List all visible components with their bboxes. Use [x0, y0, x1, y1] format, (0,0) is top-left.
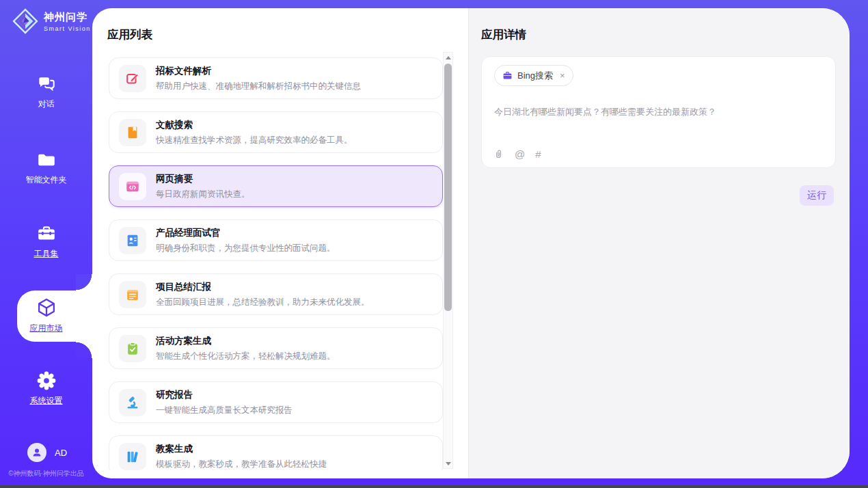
sidebar-item-smart-folder[interactable]: 智能文件夹 — [0, 150, 92, 186]
prompt-toolbar: @ # — [493, 148, 541, 160]
app-card-title: 产品经理面试官 — [156, 227, 336, 239]
list-scrollbar[interactable] — [443, 52, 453, 469]
app-card-description: 快速精准查找学术资源，提高研究效率的必备工具。 — [156, 135, 353, 146]
sidebar-item-label: 对话 — [0, 98, 92, 110]
mention-icon[interactable]: @ — [515, 148, 525, 160]
chip-close-icon[interactable]: × — [560, 71, 565, 80]
sidebar-item-label: 工具集 — [0, 248, 92, 260]
user-initials: AD — [55, 448, 67, 458]
browser-code-icon — [119, 173, 146, 200]
person-icon — [31, 447, 42, 458]
app-card-title: 项目总结汇报 — [156, 281, 370, 293]
run-button[interactable]: 运行 — [800, 185, 834, 206]
hash-icon[interactable]: # — [535, 148, 541, 160]
sidebar: 神州问学 Smart Vision 对话 智能文件夹 — [0, 0, 92, 485]
app-card-description: 智能生成个性化活动方案，轻松解决规划难题。 — [156, 351, 336, 362]
sidebar-item-label: 系统设置 — [0, 395, 92, 407]
edit-document-icon — [119, 65, 146, 92]
sidebar-item-label: 智能文件夹 — [0, 174, 92, 186]
app-card-description: 帮助用户快速、准确地理解和解析招标书中的关键信息 — [156, 81, 361, 92]
app-card-pm-interviewer[interactable]: 产品经理面试官 明确身份和职责，为您提供专业性的面试问题。 — [109, 219, 443, 261]
brand-subtitle: Smart Vision — [44, 25, 91, 32]
app-card-description: 明确身份和职责，为您提供专业性的面试问题。 — [156, 243, 336, 254]
scrollbar-down-arrow-icon[interactable] — [444, 459, 452, 468]
folder-icon — [36, 150, 57, 170]
app-list: 招标文件解析 帮助用户快速、准确地理解和解析招标书中的关键信息 文献搜索 快速精… — [109, 57, 443, 470]
app-card-title: 招标文件解析 — [156, 65, 361, 77]
app-card-description: 全面回顾项目进展，总结经验教训，助力未来优化发展。 — [156, 297, 370, 308]
app-card-description: 一键智能生成高质量长文本研究报告 — [156, 405, 293, 416]
tool-chip-label: Bing搜索 — [517, 70, 553, 82]
sidebar-item-label: 应用市场 — [0, 323, 92, 334]
cube-icon — [36, 297, 57, 318]
attachment-icon[interactable] — [493, 148, 504, 160]
app-card-bid-parsing[interactable]: 招标文件解析 帮助用户快速、准确地理解和解析招标书中的关键信息 — [109, 57, 443, 99]
briefcase-icon — [502, 70, 513, 81]
app-card-title: 文献搜索 — [156, 119, 353, 131]
sidebar-item-settings[interactable]: 系统设置 — [0, 370, 92, 407]
brand: 神州问学 Smart Vision — [12, 8, 91, 34]
book-icon — [119, 119, 146, 146]
calendar-note-icon — [119, 281, 146, 308]
microscope-icon — [119, 389, 146, 416]
brand-logo-icon — [12, 8, 38, 34]
app-window: 神州问学 Smart Vision 对话 智能文件夹 — [0, 0, 868, 488]
app-card-title: 活动方案生成 — [156, 335, 336, 347]
app-list-title: 应用列表 — [107, 27, 152, 42]
app-card-literature-search[interactable]: 文献搜索 快速精准查找学术资源，提高研究效率的必备工具。 — [109, 111, 443, 153]
books-icon — [119, 443, 146, 470]
app-card-project-summary[interactable]: 项目总结汇报 全面回顾项目进展，总结经验教训，助力未来优化发展。 — [109, 273, 443, 315]
user-badge[interactable]: AD — [27, 443, 67, 462]
app-card-research-report[interactable]: 研究报告 一键智能生成高质量长文本研究报告 — [109, 381, 443, 423]
app-card-event-plan[interactable]: 活动方案生成 智能生成个性化活动方案，轻松解决规划难题。 — [109, 327, 443, 369]
tool-chip-bing-search[interactable]: Bing搜索 × — [494, 65, 573, 86]
scrollbar-up-arrow-icon[interactable] — [444, 53, 452, 62]
avatar — [27, 443, 46, 462]
toolbox-icon — [36, 223, 57, 244]
sidebar-item-chat[interactable]: 对话 — [0, 74, 92, 110]
window-bottom-edge — [0, 485, 868, 488]
app-card-lesson-plan[interactable]: 教案生成 模板驱动，教案秒成，教学准备从此轻松快捷 — [109, 435, 443, 470]
brand-name: 神州问学 — [44, 11, 91, 24]
content-area: 应用列表 招标文件解析 帮助用户快速、准确地理解和解析招标书中的关键信息 — [92, 8, 850, 478]
gear-icon — [36, 370, 57, 391]
person-document-icon — [119, 227, 146, 254]
prompt-input[interactable]: 今日湖北有哪些新闻要点？有哪些需要关注的最新政策？ — [494, 106, 822, 118]
app-card-title: 教案生成 — [156, 443, 327, 455]
sidebar-item-app-market[interactable]: 应用市场 — [0, 297, 92, 334]
app-card-description: 模板驱动，教案秒成，教学准备从此轻松快捷 — [156, 459, 327, 470]
app-card-web-summary[interactable]: 网页摘要 每日政府新闻资讯快查。 — [109, 165, 443, 207]
app-detail-title: 应用详情 — [481, 27, 526, 42]
app-detail-panel: 应用详情 Bing搜索 × 今日湖北有哪些新闻要点？有哪些需要关注的最新政策？ — [468, 8, 850, 478]
chat-icon — [36, 74, 57, 94]
app-card-title: 研究报告 — [156, 389, 293, 401]
scrollbar-thumb[interactable] — [444, 64, 452, 311]
app-card-title: 网页摘要 — [156, 173, 250, 185]
sidebar-item-toolset[interactable]: 工具集 — [0, 223, 92, 260]
app-card-description: 每日政府新闻资讯快查。 — [156, 189, 250, 200]
prompt-card: Bing搜索 × 今日湖北有哪些新闻要点？有哪些需要关注的最新政策？ @ # — [481, 56, 836, 168]
copyright: ©神州数码·神州问学出品 — [0, 469, 92, 478]
clipboard-check-icon — [119, 335, 146, 362]
